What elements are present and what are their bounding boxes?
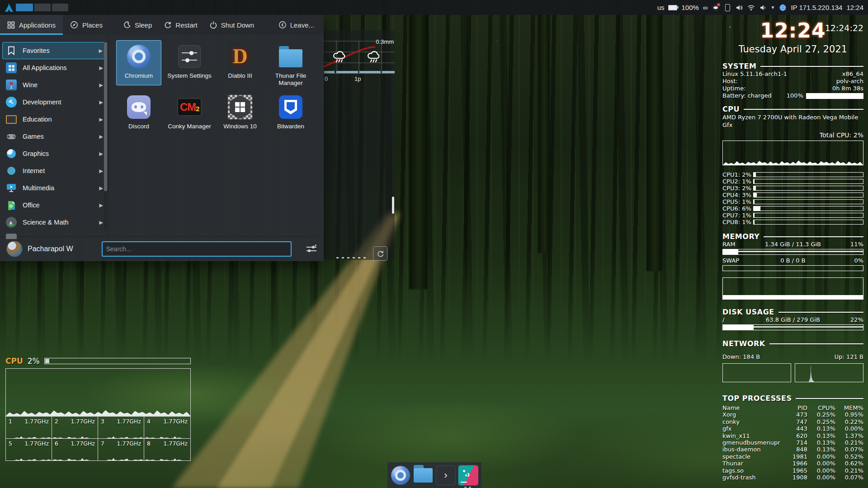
app-system-settings[interactable]: System Settings [167,40,212,85]
tab-places[interactable]: Places [63,15,110,35]
disk-value: 63.8 GiB / 279 GiB [746,316,840,324]
restart-button[interactable]: Restart [158,15,203,35]
dock-spectacle[interactable]: › [458,465,478,486]
panel-clock[interactable]: 12:24 [846,4,863,11]
section-network: NETWORK [722,339,863,348]
conky-date: Tuesday April 27, 2021 [722,44,863,55]
battery-icon[interactable] [668,5,677,10]
sidebar-item-graphics[interactable]: Graphics ▶ [0,145,108,162]
sidebar-item-label: Wine [23,81,38,89]
sidebar-item-office[interactable]: D Office ▶ [0,197,108,214]
proc-name: Xorg [722,411,784,418]
application-launcher: Applications Places z Sleep Restart [0,15,324,261]
core-cell: 81.77GHz [144,438,190,460]
category-sidebar: Favorites ▶ All Applications ▶ Wine ▶ [0,35,109,236]
core-bar [753,213,863,218]
precipitation-chart: 0.3mm [324,30,395,75]
search-input[interactable] [102,241,292,257]
sidebar-item-label: Development [23,99,61,106]
core-cell: 31.77GHz [98,416,144,438]
sidebar-item-multimedia[interactable]: Multimedia ▶ [0,179,108,197]
sidebar-item-label: Internet [23,167,45,174]
discord-icon [126,94,151,120]
app-label: Windows 10 [223,123,257,130]
scrollbar-handle[interactable] [104,42,107,191]
restart-icon [164,21,172,29]
weather-widget: 0.3mm 0 1p [324,30,395,260]
proc-name: tags.so [722,467,784,474]
app-windows-10[interactable]: Windows 10 [217,91,263,136]
core-label: CPU7: 1% [722,212,753,219]
app-diablo-iii[interactable]: D Diablo III [217,40,263,85]
windows-icon [227,94,253,120]
pager-desktop-active[interactable] [16,4,33,11]
action-label: Leave... [290,21,314,29]
chevron-right-icon: ▶ [99,202,103,208]
shutdown-button[interactable]: Shut Down [203,15,260,35]
app-chromium[interactable]: Chromium [116,40,161,85]
sidebar-item-internet[interactable]: Internet ▶ [0,162,108,179]
phone-icon[interactable] [725,4,730,11]
dock-chromium[interactable] [391,465,411,486]
app-bitwarden[interactable]: Bitwarden [268,91,313,136]
konsole-icon: › [436,465,456,485]
memory-history-graph [722,277,863,300]
core-cell: 11.77GHz [6,416,52,438]
svg-text:z: z [128,22,129,24]
battery-percent: 100% [787,92,803,99]
cpu-history-graph [722,141,863,165]
leave-icon [278,21,287,29]
configure-icon[interactable] [306,244,317,254]
compass-icon [70,21,78,29]
sidebar-item-games[interactable]: Games ▶ [0,128,108,145]
sidebar-item-wine[interactable]: Wine ▶ [0,76,108,94]
vpn-globe-icon[interactable] [779,4,787,11]
sidebar-item-education[interactable]: Education ▶ [0,111,108,128]
chevron-right-icon: ▶ [99,185,103,191]
sidebar-item-favorites[interactable]: Favorites ▶ [2,42,106,59]
avatar[interactable] [6,241,23,257]
col-header: MEM% [835,404,863,411]
app-conky-manager[interactable]: CM2 Conky Manager [167,91,212,136]
sidebar-item-science-math[interactable]: Science & Math ▶ [0,214,108,231]
arch-logo-icon[interactable] [4,3,14,13]
chevron-right-icon: ▶ [99,117,103,122]
expand-caret-icon[interactable]: ▼ [771,5,775,10]
core-cell: 71.77GHz [98,438,144,460]
volume-icon[interactable] [736,4,743,11]
weather-caption [336,257,368,258]
dock-file-manager[interactable] [413,465,434,486]
battery-bar [806,93,863,99]
tab-label: Places [82,21,103,29]
refresh-button[interactable] [373,246,387,261]
sidebar-scrollbar[interactable] [104,41,107,231]
sleep-button[interactable]: z Sleep [117,15,158,35]
pager-desktop[interactable] [52,4,68,11]
blackboard-icon [6,114,17,125]
weather-scrollbar-handle[interactable] [392,197,394,214]
sidebar-item-development[interactable]: Development ▶ [0,94,108,111]
sidebar-item-label: Games [23,133,44,140]
dock-konsole[interactable]: › [436,465,456,486]
chevron-right-icon: ▶ [99,151,103,157]
system-tray: us 100% ∞ ▼ IP 171.5.220.134 12:24 [657,4,868,11]
wifi-icon[interactable] [747,4,755,11]
ip-indicator[interactable]: IP 171.5.220.134 [791,4,842,11]
app-thunar[interactable]: Thunar File Manager [268,40,313,85]
core-label: CPU2: 1% [722,178,753,185]
section-top-processes: TOP PROCESSES [722,394,863,403]
rain-cloud-icon [368,52,379,62]
sidebar-item-all-applications[interactable]: All Applications ▶ [0,59,108,76]
leave-button[interactable]: Leave... [273,15,320,35]
discord-tray-icon[interactable] [712,4,719,11]
wine-glass-icon [6,80,17,90]
app-label: Thunar File Manager [268,72,313,87]
pager-desktop[interactable] [34,4,51,11]
app-discord[interactable]: Discord [116,91,161,136]
uptime: 0h 8m 38s [832,85,863,92]
mic-icon[interactable] [759,4,767,11]
infinity-icon[interactable]: ∞ [703,4,708,11]
keyboard-layout-indicator[interactable]: us [657,4,665,11]
desktop: us 100% ∞ ▼ IP 171.5.220.134 12:24 [0,0,868,488]
tab-applications[interactable]: Applications [0,15,63,35]
